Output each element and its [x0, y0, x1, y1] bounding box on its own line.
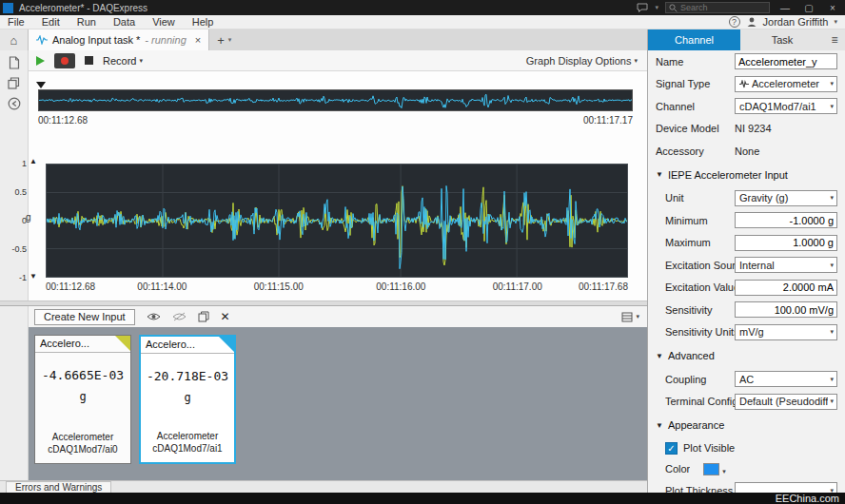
- sensitivity-units-dropdown[interactable]: mV/g ▾: [735, 324, 837, 340]
- new-tab-caret-icon[interactable]: ▾: [228, 29, 232, 50]
- tab-label: Analog Input task *: [52, 34, 140, 46]
- section-advanced[interactable]: ▼ Advanced: [648, 343, 845, 368]
- document-icon[interactable]: [9, 56, 20, 69]
- run-button[interactable]: [36, 56, 45, 66]
- daqexpress-window: Accelerometer* - DAQExpress ▾ — ▢ × File…: [0, 0, 845, 504]
- terminal-config-value: Default (Pseudodiff...: [739, 396, 828, 407]
- dropdown-caret-icon: ▾: [830, 262, 834, 269]
- tab-close-icon[interactable]: ×: [195, 34, 201, 46]
- menu-run[interactable]: Run: [77, 16, 96, 28]
- dropdown-caret-icon: ▾: [830, 80, 834, 87]
- signal-type-dropdown[interactable]: Accelerometer ▾: [735, 76, 837, 92]
- graph-display-options-dropdown[interactable]: Graph Display Options ▾: [526, 50, 638, 71]
- duplicate-input-icon[interactable]: [198, 311, 209, 322]
- card-unit: g: [141, 391, 234, 404]
- card-signal-type: Accelerometer: [35, 431, 130, 443]
- maximum-label: Maximum: [665, 237, 735, 248]
- record-mode-dropdown[interactable]: Record ▾: [103, 55, 143, 67]
- menu-file[interactable]: File: [8, 16, 25, 28]
- sensitivity-units-value: mV/g: [739, 326, 828, 338]
- x-tick: 00:11:15.00: [254, 281, 304, 292]
- overview-cursor-marker[interactable]: [36, 82, 46, 88]
- graph-options-label: Graph Display Options: [526, 55, 632, 67]
- sensitivity-label: Sensitivity: [665, 304, 735, 316]
- menu-data[interactable]: Data: [113, 16, 135, 28]
- coupling-dropdown[interactable]: AC ▾: [735, 371, 837, 387]
- graph-toolbar: Record ▾ Graph Display Options ▾: [29, 50, 647, 71]
- minimum-field[interactable]: [735, 212, 837, 228]
- new-tab-button[interactable]: +: [217, 29, 225, 50]
- menubar-right: ? Jordan Griffith ▾: [729, 16, 845, 28]
- menu-view[interactable]: View: [152, 16, 175, 28]
- navigate-back-icon[interactable]: [8, 97, 21, 110]
- search-box[interactable]: [665, 2, 770, 13]
- dropdown-caret-icon: ▾: [830, 487, 834, 493]
- tab-channel[interactable]: Channel: [648, 29, 740, 50]
- statusbar: Errors and Warnings: [0, 480, 647, 493]
- menu-edit[interactable]: Edit: [42, 16, 60, 28]
- tab-analog-input-task[interactable]: Analog Input task * - running ×: [29, 29, 209, 50]
- terminal-config-dropdown[interactable]: Default (Pseudodiff... ▾: [735, 394, 837, 410]
- overview-strip-chart[interactable]: [38, 89, 633, 111]
- input-card-ai0[interactable]: Accelero... -4.6665E-03 g Accelerometer …: [34, 335, 131, 464]
- section-iepe-accelerometer-input[interactable]: ▼ IEPE Accelerometer Input: [648, 163, 845, 187]
- terminal-config-label: Terminal Config...: [665, 396, 735, 407]
- channel-label: Channel: [656, 101, 735, 112]
- plot-thickness-label: Plot Thickness: [665, 485, 735, 493]
- errors-and-warnings-tab[interactable]: Errors and Warnings: [6, 481, 111, 493]
- panel-menu-icon[interactable]: ≡: [824, 29, 845, 50]
- section-label: Appearance: [668, 419, 724, 431]
- pan-up-icon[interactable]: ▲: [29, 157, 37, 165]
- user-caret-icon: ▾: [834, 18, 837, 26]
- maximize-button[interactable]: ▢: [800, 3, 817, 13]
- feedback-bubble-icon[interactable]: [637, 3, 648, 12]
- close-button[interactable]: ×: [824, 3, 841, 13]
- feedback-caret-icon[interactable]: ▾: [655, 4, 658, 11]
- record-caret-icon: ▾: [139, 57, 143, 65]
- row-coupling: Coupling AC ▾: [648, 368, 845, 391]
- row-unit: Unit Gravity (g) ▾: [648, 187, 845, 210]
- create-new-input-button[interactable]: Create New Input: [34, 309, 135, 325]
- pan-down-icon[interactable]: ▼: [29, 272, 37, 281]
- plot-visible-checkbox[interactable]: ✓: [665, 442, 678, 455]
- window-title: Accelerometer* - DAQExpress: [19, 3, 147, 13]
- bottom-bar: EEChina.com: [0, 493, 845, 504]
- show-plot-icon[interactable]: [147, 312, 161, 321]
- x-tick: 00:11:12.68: [46, 281, 95, 292]
- sensitivity-field[interactable]: [735, 301, 837, 318]
- color-label: Color: [665, 463, 690, 475]
- unit-dropdown[interactable]: Gravity (g) ▾: [735, 190, 837, 206]
- tab-task[interactable]: Task: [740, 29, 824, 50]
- home-tab[interactable]: ⌂: [0, 29, 29, 50]
- section-appearance[interactable]: ▼ Appearance: [648, 413, 845, 437]
- color-swatch[interactable]: [703, 463, 719, 475]
- row-plot-visible: ✓ Plot Visible: [648, 437, 845, 458]
- search-input[interactable]: [680, 3, 766, 12]
- minimize-button[interactable]: —: [776, 3, 794, 13]
- channel-dropdown[interactable]: cDAQ1Mod7/ai1 ▾: [735, 98, 837, 114]
- excitation-value-field[interactable]: [735, 280, 837, 296]
- plot-thickness-dropdown[interactable]: ▾: [735, 482, 837, 493]
- document-tabstrip: ⌂ Analog Input task * - running × + ▾: [0, 29, 647, 50]
- display-mode-dropdown[interactable]: ▾: [621, 312, 639, 322]
- excitation-source-dropdown[interactable]: Internal ▾: [735, 257, 837, 273]
- collapse-caret-icon: ▼: [656, 421, 663, 430]
- name-field[interactable]: [735, 53, 837, 69]
- sensitivity-units-label: Sensitivity Units: [665, 326, 735, 338]
- main-graph[interactable]: [46, 164, 628, 278]
- user-menu[interactable]: Jordan Griffith: [763, 16, 829, 28]
- delete-input-icon[interactable]: ✕: [221, 310, 230, 323]
- row-color: Color ▾: [648, 458, 845, 479]
- menu-help[interactable]: Help: [192, 16, 214, 28]
- hide-plot-icon[interactable]: [172, 312, 187, 321]
- maximum-field[interactable]: [735, 235, 837, 251]
- input-card-ai1[interactable]: Accelero... -20.718E-03 g Accelerometer …: [139, 335, 236, 464]
- coupling-value: AC: [739, 374, 828, 385]
- help-icon[interactable]: ?: [729, 16, 740, 28]
- record-button[interactable]: [54, 53, 75, 68]
- stop-button[interactable]: [85, 56, 93, 65]
- row-sensitivity: Sensitivity: [648, 299, 845, 321]
- duplicate-icon[interactable]: [8, 77, 20, 89]
- color-caret-icon[interactable]: ▾: [722, 468, 726, 475]
- device-model-value: NI 9234: [735, 123, 837, 134]
